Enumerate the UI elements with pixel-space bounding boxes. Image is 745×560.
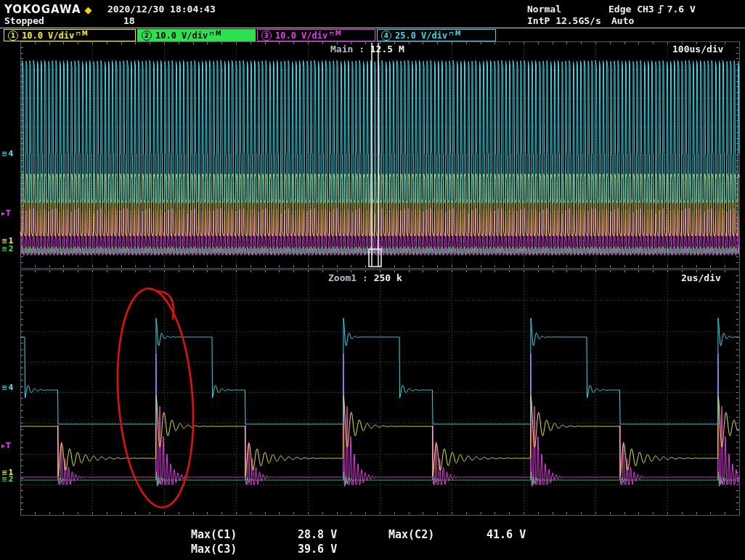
ground-marker-ch1-main: 1 [1,237,13,245]
channel-3-scale: 10.0 V/div [275,31,327,41]
zoom-window-prefix: Zoom1 : [328,272,368,283]
ground-marker-ch4-zoom: 4 [1,384,13,391]
coupling-icon: ⊓ [209,31,213,37]
brand-diamond-icon: ◆ [85,4,93,15]
channel-2-scale: 10.0 V/div [155,31,208,41]
acquisition-status: Stopped [4,15,44,26]
channel-4-scale: 25.0 V/div [395,31,447,41]
bandwidth-icon: M [216,31,221,37]
bandwidth-icon: M [82,31,88,37]
trigger-settings: Edge CH3 7.6 V [608,4,696,15]
zoom-timebase: 2us/div [681,272,721,283]
interpolation-rate: IntP 12.5GS/s [527,15,601,26]
main-timebase: 100us/div [672,44,723,54]
trigger-level-marker-main: T [1,209,11,217]
channel-2-number: 2 [142,31,152,41]
channel-3-control[interactable]: 3 10.0 V/div ⊓ M [257,29,375,41]
ground-marker-ch2-main: 2 [1,245,13,253]
measurement-1-label: Max(C1) [191,528,237,541]
channel-4-number: 4 [381,31,391,41]
zoom-record-length: 250 k [374,272,402,283]
trigger-sweep-mode: Auto [611,15,634,26]
channel-2-control[interactable]: 2 10.0 V/div ⊓ M [137,29,256,41]
main-window-label: Main : 12.5 M [330,44,404,54]
channel-1-number: 1 [8,31,18,41]
main-record-length: 12.5 M [370,44,404,54]
measurement-2-value: 41.6 V [487,528,526,541]
coupling-icon: ⊓ [329,31,333,37]
trigger-source: Edge CH3 [608,4,654,15]
trigger-level-marker-zoom: T [1,442,11,450]
channel-3-number: 3 [261,31,272,41]
bandwidth-icon: M [455,31,461,37]
datetime-display: 2020/12/30 18:04:43 [107,4,216,15]
brand-logo: YOKOGAWA◆ [4,3,93,16]
measurement-3-value: 39.6 V [298,543,337,556]
coupling-icon: ⊓ [76,31,80,37]
channel-1-scale: 10.0 V/div [22,31,74,41]
channel-4-control[interactable]: 4 25.0 V/div ⊓ M [377,29,496,41]
bandwidth-icon: M [335,31,341,37]
oscilloscope-screen: { "header": { "brand": "YOKOGAWA", "bran… [0,0,745,560]
zoom-window-label: Zoom1 : 250 k [328,272,402,283]
acquisition-count: 18 [123,15,135,26]
measurement-1-value: 28.8 V [298,528,337,541]
channel-1-control[interactable]: 1 10.0 V/div ⊓ M [4,29,136,41]
brand-text: YOKOGAWA [4,3,81,16]
ground-marker-ch4-main: 4 [1,150,13,158]
trigger-level: 7.6 V [667,4,696,15]
main-window-prefix: Main : [330,44,365,54]
trigger-edge-icon [657,4,664,14]
measurement-3-label: Max(C3) [191,543,237,556]
ground-marker-ch2-zoom: 2 [1,475,13,483]
header-divider [0,28,745,28]
acquisition-mode: Normal [527,4,561,15]
coupling-icon: ⊓ [449,31,453,37]
measurement-2-label: Max(C2) [388,528,434,541]
